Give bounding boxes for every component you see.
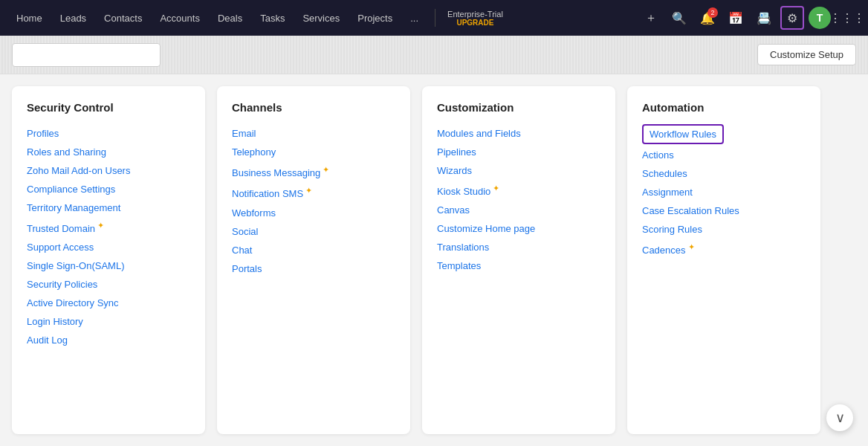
search-input[interactable] <box>12 43 161 67</box>
scroll-down-button[interactable]: ∨ <box>826 404 853 431</box>
avatar[interactable]: T <box>809 7 831 29</box>
notifications-button[interactable]: 🔔 2 <box>696 6 719 30</box>
plan-label: Enterprise-Trial <box>447 10 503 19</box>
star-icon: ✦ <box>688 242 695 251</box>
panel-link-scoring-rules[interactable]: Scoring Rules <box>642 220 806 239</box>
panel-link-social[interactable]: Social <box>232 222 395 241</box>
star-icon: ✦ <box>323 165 329 174</box>
panel-link-roles-and-sharing[interactable]: Roles and Sharing <box>27 143 190 161</box>
main-content: Security ControlProfilesRoles and Sharin… <box>0 74 868 446</box>
panel-title-channels: Channels <box>232 101 395 114</box>
panel-link-assignment[interactable]: Assignment <box>642 183 806 201</box>
panel-link-templates[interactable]: Templates <box>437 256 600 275</box>
panel-link-business-messaging[interactable]: Business Messaging✦ <box>232 161 395 182</box>
panel-link-canvas[interactable]: Canvas <box>437 201 600 219</box>
nav-projects[interactable]: Projects <box>350 8 400 28</box>
panel-title-security-control: Security Control <box>27 101 190 114</box>
nav-contacts[interactable]: Contacts <box>97 8 149 28</box>
nav-icon-group: ＋ 🔍 🔔 2 📅 📇 ⚙ T ⋮⋮⋮ <box>639 6 859 30</box>
panel-link-email[interactable]: Email <box>232 124 395 143</box>
notification-badge: 2 <box>707 7 718 18</box>
panel-link-pipelines[interactable]: Pipelines <box>437 143 600 161</box>
nav-services[interactable]: Services <box>295 8 347 28</box>
panel-link-notification-sms[interactable]: Notification SMS✦ <box>232 182 395 203</box>
panel-security-control: Security ControlProfilesRoles and Sharin… <box>12 86 205 434</box>
panel-link-actions[interactable]: Actions <box>642 146 806 164</box>
panel-link-customize-home-page[interactable]: Customize Home page <box>437 219 600 238</box>
panel-link-single-sign-onsaml[interactable]: Single Sign-On(SAML) <box>27 256 190 275</box>
nav-home[interactable]: Home <box>9 8 50 28</box>
star-icon: ✦ <box>305 186 312 195</box>
enterprise-badge: Enterprise-Trial UPGRADE <box>447 10 503 27</box>
calendar-button[interactable]: 📅 <box>724 6 748 30</box>
search-button[interactable]: 🔍 <box>667 6 691 30</box>
contacts-button[interactable]: 📇 <box>752 6 776 30</box>
panel-link-compliance-settings[interactable]: Compliance Settings <box>27 180 190 198</box>
add-button[interactable]: ＋ <box>639 6 663 30</box>
panel-link-workflow-rules[interactable]: Workflow Rules <box>642 124 724 144</box>
panels-container: Security ControlProfilesRoles and Sharin… <box>12 86 856 434</box>
panel-link-active-directory-sync[interactable]: Active Directory Sync <box>27 294 190 312</box>
panel-link-trusted-domain[interactable]: Trusted Domain✦ <box>27 217 190 238</box>
panel-customization: CustomizationModules and FieldsPipelines… <box>422 86 615 434</box>
panel-link-kiosk-studio[interactable]: Kiosk Studio✦ <box>437 180 600 201</box>
subheader: Customize Setup <box>0 36 868 74</box>
panel-link-schedules[interactable]: Schedules <box>642 164 806 183</box>
panel-link-chat[interactable]: Chat <box>232 241 395 259</box>
nav-tasks[interactable]: Tasks <box>253 8 292 28</box>
panel-link-support-access[interactable]: Support Access <box>27 238 190 256</box>
panel-link-login-history[interactable]: Login History <box>27 312 190 331</box>
star-icon: ✦ <box>493 184 499 193</box>
panel-link-wizards[interactable]: Wizards <box>437 161 600 180</box>
panel-link-telephony[interactable]: Telephony <box>232 143 395 161</box>
star-icon: ✦ <box>97 221 104 230</box>
top-navigation: Home Leads Contacts Accounts Deals Tasks… <box>0 0 868 36</box>
panel-channels: ChannelsEmailTelephonyBusiness Messaging… <box>217 86 410 434</box>
panel-link-profiles[interactable]: Profiles <box>27 124 190 143</box>
panel-link-portals[interactable]: Portals <box>232 259 395 278</box>
nav-leads[interactable]: Leads <box>53 8 94 28</box>
nav-more[interactable]: ... <box>403 8 426 28</box>
upgrade-label[interactable]: UPGRADE <box>456 19 493 27</box>
grid-button[interactable]: ⋮⋮⋮ <box>835 6 859 30</box>
panel-link-territory-management[interactable]: Territory Management <box>27 198 190 217</box>
panel-link-cadences[interactable]: Cadences✦ <box>642 239 806 259</box>
panel-link-webforms[interactable]: Webforms <box>232 204 395 222</box>
panel-link-security-policies[interactable]: Security Policies <box>27 275 190 294</box>
panel-link-modules-and-fields[interactable]: Modules and Fields <box>437 124 600 143</box>
panel-automation: AutomationWorkflow RulesActionsSchedules… <box>627 86 820 434</box>
panel-link-zoho-mail-add-on-users[interactable]: Zoho Mail Add-on Users <box>27 161 190 180</box>
settings-button[interactable]: ⚙ <box>780 6 804 30</box>
panel-link-case-escalation-rules[interactable]: Case Escalation Rules <box>642 201 806 220</box>
customize-setup-button[interactable]: Customize Setup <box>757 44 856 65</box>
panel-title-automation: Automation <box>642 101 806 114</box>
nav-divider <box>435 9 435 27</box>
panel-link-translations[interactable]: Translations <box>437 238 600 256</box>
nav-accounts[interactable]: Accounts <box>152 8 207 28</box>
nav-deals[interactable]: Deals <box>210 8 250 28</box>
panel-link-audit-log[interactable]: Audit Log <box>27 331 190 349</box>
panel-title-customization: Customization <box>437 101 600 114</box>
